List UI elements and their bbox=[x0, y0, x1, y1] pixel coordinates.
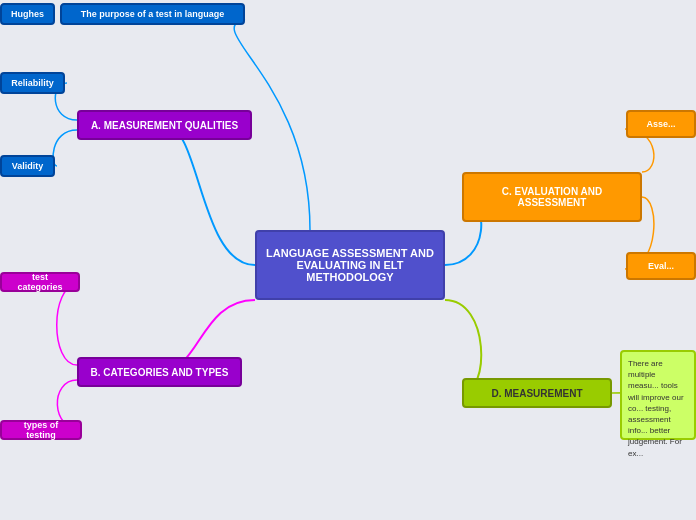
assessment-right-node[interactable]: Asse... bbox=[626, 110, 696, 138]
test-categories-node[interactable]: test categories bbox=[0, 272, 80, 292]
measurement-qualities-label: A. MEASUREMENT QUALITIES bbox=[91, 120, 238, 131]
evaluation-assessment-node[interactable]: C. EVALUATION AND ASSESSMENT bbox=[462, 172, 642, 222]
measurement-note: There are multiple measu... tools will i… bbox=[620, 350, 696, 440]
validity-node[interactable]: Validity bbox=[0, 155, 55, 177]
measurement-note-text: There are multiple measu... tools will i… bbox=[628, 359, 684, 458]
reliability-node[interactable]: Reliability bbox=[0, 72, 65, 94]
validity-label: Validity bbox=[12, 161, 44, 171]
measurement-label: D. MEASUREMENT bbox=[491, 388, 582, 399]
types-testing-node[interactable]: types of testing bbox=[0, 420, 82, 440]
center-label: LANGUAGE ASSESSMENT AND EVALUATING IN EL… bbox=[265, 247, 435, 283]
hughes-label: Hughes bbox=[11, 9, 44, 19]
purpose-test-node[interactable]: The purpose of a test in language bbox=[60, 3, 245, 25]
assessment-right-label: Asse... bbox=[646, 119, 675, 129]
eval-right-label: Eval... bbox=[648, 261, 674, 271]
measurement-node[interactable]: D. MEASUREMENT bbox=[462, 378, 612, 408]
purpose-test-label: The purpose of a test in language bbox=[81, 9, 225, 19]
test-categories-label: test categories bbox=[10, 272, 70, 292]
types-testing-label: types of testing bbox=[10, 420, 72, 440]
reliability-label: Reliability bbox=[11, 78, 54, 88]
eval-right-node[interactable]: Eval... bbox=[626, 252, 696, 280]
categories-types-label: B. CATEGORIES AND TYPES bbox=[91, 367, 229, 378]
evaluation-assessment-label: C. EVALUATION AND ASSESSMENT bbox=[472, 186, 632, 208]
hughes-node[interactable]: Hughes bbox=[0, 3, 55, 25]
categories-types-node[interactable]: B. CATEGORIES AND TYPES bbox=[77, 357, 242, 387]
measurement-qualities-node[interactable]: A. MEASUREMENT QUALITIES bbox=[77, 110, 252, 140]
center-node[interactable]: LANGUAGE ASSESSMENT AND EVALUATING IN EL… bbox=[255, 230, 445, 300]
